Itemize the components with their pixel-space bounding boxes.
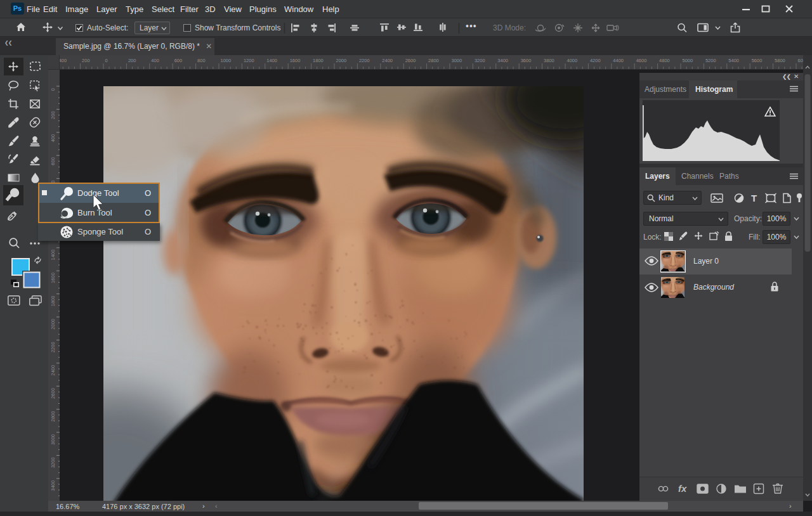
svg-text:200: 200 bbox=[50, 111, 56, 119]
svg-text:1600: 1600 bbox=[290, 58, 301, 63]
svg-text:1400: 1400 bbox=[50, 250, 56, 261]
svg-text:5200: 5200 bbox=[705, 58, 716, 63]
svg-text:3600: 3600 bbox=[521, 58, 532, 63]
svg-text:2400: 2400 bbox=[50, 365, 56, 376]
svg-text:1800: 1800 bbox=[50, 296, 56, 307]
svg-text:3200: 3200 bbox=[475, 58, 485, 63]
svg-text:2400: 2400 bbox=[382, 58, 393, 63]
svg-text:2800: 2800 bbox=[428, 58, 439, 63]
svg-text:400: 400 bbox=[151, 58, 159, 63]
svg-text:5000: 5000 bbox=[683, 58, 693, 63]
svg-text:3400: 3400 bbox=[50, 481, 56, 491]
svg-text:2600: 2600 bbox=[405, 58, 416, 63]
svg-text:3000: 3000 bbox=[50, 434, 56, 445]
svg-text:3200: 3200 bbox=[50, 457, 56, 468]
svg-text:4600: 4600 bbox=[636, 58, 647, 63]
svg-text:4400: 4400 bbox=[613, 58, 624, 63]
svg-text:fx: fx bbox=[678, 483, 687, 494]
svg-text:2200: 2200 bbox=[50, 342, 56, 352]
svg-text:2800: 2800 bbox=[50, 411, 56, 422]
svg-text:400: 400 bbox=[50, 134, 56, 143]
svg-text:2600: 2600 bbox=[50, 388, 56, 399]
svg-text:4800: 4800 bbox=[659, 58, 670, 63]
svg-text:2200: 2200 bbox=[359, 58, 370, 63]
svg-text:4200: 4200 bbox=[590, 58, 601, 63]
svg-text:1000: 1000 bbox=[221, 58, 232, 63]
svg-text:4000: 4000 bbox=[567, 58, 578, 63]
svg-text:600: 600 bbox=[174, 58, 183, 63]
svg-text:3000: 3000 bbox=[452, 58, 462, 63]
svg-text:2000: 2000 bbox=[50, 319, 56, 330]
svg-text:0: 0 bbox=[105, 58, 108, 63]
svg-text:1400: 1400 bbox=[266, 58, 277, 63]
svg-text:5600: 5600 bbox=[752, 58, 763, 63]
svg-text:1800: 1800 bbox=[313, 58, 324, 63]
svg-text:1600: 1600 bbox=[50, 273, 56, 283]
svg-text:3400: 3400 bbox=[497, 58, 508, 63]
svg-text:600: 600 bbox=[50, 157, 56, 165]
svg-text:5800: 5800 bbox=[775, 58, 785, 63]
svg-text:5400: 5400 bbox=[728, 58, 739, 63]
svg-text:0: 0 bbox=[50, 88, 56, 91]
svg-text:3800: 3800 bbox=[544, 58, 554, 63]
svg-text:200: 200 bbox=[82, 58, 90, 63]
svg-text:1200: 1200 bbox=[244, 58, 254, 63]
svg-text:T: T bbox=[751, 193, 757, 203]
svg-text:800: 800 bbox=[197, 58, 206, 63]
svg-text:200: 200 bbox=[128, 58, 136, 63]
svg-text:6000: 6000 bbox=[798, 58, 804, 63]
svg-text:400: 400 bbox=[59, 58, 67, 63]
svg-text:2000: 2000 bbox=[336, 58, 347, 63]
